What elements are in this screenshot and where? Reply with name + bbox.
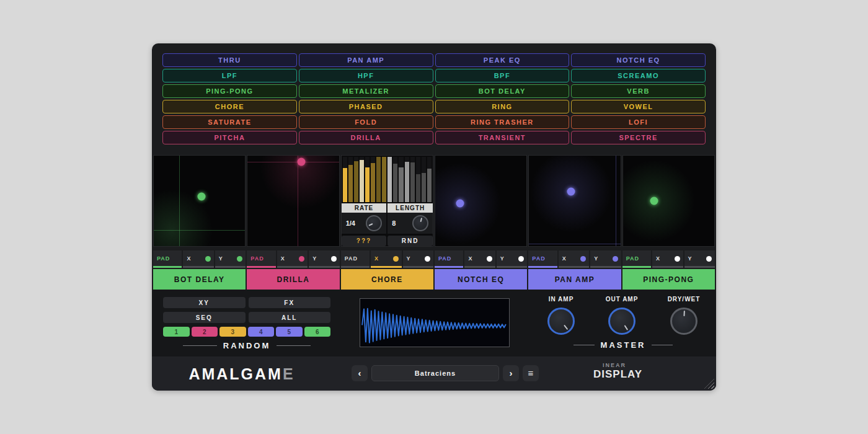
pad-3-tab-x[interactable]: X [371, 250, 401, 268]
effect-button-notch-eq[interactable]: NOTCH EQ [571, 53, 706, 67]
effect-button-pan-amp[interactable]: PAN AMP [299, 53, 433, 67]
mystery-randomize-button[interactable]: ??? [342, 236, 387, 246]
pad-2-tab-x[interactable]: X [277, 250, 308, 268]
pad-position-dot[interactable] [567, 188, 575, 196]
random-fx-button[interactable]: FX [249, 297, 331, 308]
sequencer-step[interactable] [427, 157, 432, 202]
pad-position-dot[interactable] [197, 192, 205, 200]
dry-wet-label: DRY/WET [668, 296, 701, 303]
dry-wet-knob[interactable] [670, 308, 698, 335]
pad-5-effect-name[interactable]: PAN AMP [528, 269, 621, 290]
pad-6-tab-y[interactable]: Y [684, 250, 715, 268]
random-all-button[interactable]: ALL [249, 312, 331, 323]
effect-button-drilla[interactable]: DRILLA [299, 131, 433, 144]
effect-button-vowel[interactable]: VOWEL [571, 100, 706, 113]
preset-name-field[interactable]: Batraciens [371, 365, 499, 381]
pad-3-effect-name[interactable]: CHORE [341, 269, 433, 290]
rate-knob[interactable] [366, 215, 382, 231]
effect-button-ping-pong[interactable]: PING-PONG [162, 84, 297, 98]
sequencer-bars[interactable] [342, 156, 433, 202]
sequencer-step[interactable] [388, 157, 392, 202]
random-slot-5-button[interactable]: 5 [276, 327, 303, 337]
pad-4-tab-y[interactable]: Y [497, 250, 527, 268]
sequencer-step[interactable] [382, 157, 386, 202]
effect-button-ring-trasher[interactable]: RING TRASHER [435, 115, 570, 129]
random-xy-button[interactable]: XY [163, 297, 246, 308]
effect-button-peak-eq[interactable]: PEAK EQ [435, 53, 570, 67]
effect-button-saturate[interactable]: SATURATE [162, 115, 297, 129]
pad-6-tab-pad[interactable]: PAD [622, 250, 651, 268]
preset-next-button[interactable]: › [503, 365, 519, 381]
pad-5-tab-pad[interactable]: PAD [528, 250, 557, 268]
sequencer-step[interactable] [405, 157, 409, 202]
pad-1-tab-y[interactable]: Y [215, 250, 246, 268]
random-slot-2-button[interactable]: 2 [192, 327, 218, 337]
effect-button-ring[interactable]: RING [435, 100, 570, 113]
pad-2-tab-y[interactable]: Y [309, 250, 339, 268]
pad-1-tab-pad[interactable]: PAD [153, 250, 182, 268]
sequencer-step[interactable] [422, 157, 426, 202]
effect-button-transient[interactable]: TRANSIENT [435, 131, 570, 144]
effect-button-lpf[interactable]: LPF [162, 69, 297, 82]
effect-button-phased[interactable]: PHASED [299, 100, 433, 113]
pad-6-tab-x[interactable]: X [652, 250, 683, 268]
pad-3-tab-pad[interactable]: PAD [341, 250, 370, 268]
random-slot-4-button[interactable]: 4 [248, 327, 275, 337]
effect-button-chore[interactable]: CHORE [162, 100, 297, 113]
pad-2-effect-name[interactable]: DRILLA [247, 269, 339, 290]
sequencer-step[interactable] [365, 157, 370, 202]
sequencer-step[interactable] [416, 157, 420, 202]
length-knob[interactable] [412, 215, 428, 231]
pad-5-tab-x[interactable]: X [559, 250, 589, 268]
effect-button-spectre[interactable]: SPECTRE [571, 131, 706, 144]
random-slot-6-button[interactable]: 6 [304, 327, 331, 337]
effect-button-pitcha[interactable]: PITCHA [162, 131, 297, 144]
effect-button-screamo[interactable]: SCREAMO [571, 69, 706, 82]
effect-button-bot-delay[interactable]: BOT DELAY [435, 84, 570, 98]
preset-prev-button[interactable]: ‹ [352, 365, 368, 381]
sequencer-step[interactable] [393, 157, 397, 202]
pad-4-effect-name[interactable]: NOTCH EQ [435, 269, 527, 290]
random-slot-1-button[interactable]: 1 [163, 327, 190, 337]
pad-4-tab-x[interactable]: X [464, 250, 495, 268]
xy-pad-5[interactable] [528, 155, 621, 247]
sequencer-step[interactable] [371, 157, 375, 202]
sequencer-step[interactable] [376, 157, 381, 202]
xy-pad-4[interactable] [435, 155, 527, 247]
pad-4-tab-pad[interactable]: PAD [435, 250, 463, 268]
out-amp-knob[interactable] [608, 308, 636, 335]
sequencer-step[interactable] [410, 157, 415, 202]
pad-6-effect-name[interactable]: PING-PONG [622, 269, 715, 290]
random-slot-3-button[interactable]: 3 [219, 327, 246, 337]
rnd-button[interactable]: RND [388, 236, 433, 246]
pad-position-dot[interactable] [456, 200, 464, 208]
preset-menu-button[interactable]: ≡ [523, 365, 539, 381]
pad-3-tab-y[interactable]: Y [403, 250, 433, 268]
pad-position-dot[interactable] [650, 197, 658, 205]
effect-button-metalizer[interactable]: METALIZER [299, 84, 433, 98]
effect-button-verb[interactable]: VERB [571, 84, 706, 98]
sequencer-step[interactable] [360, 157, 364, 202]
effect-button-fold[interactable]: FOLD [299, 115, 433, 129]
sequencer-step[interactable] [348, 157, 353, 202]
in-amp-knob[interactable] [547, 308, 575, 335]
pad-2-tab-pad[interactable]: PAD [247, 250, 275, 268]
pad-position-dot[interactable] [298, 158, 306, 166]
sequencer-step[interactable] [354, 157, 358, 202]
xy-pad-6[interactable] [622, 155, 715, 247]
pad-1-tab-x[interactable]: X [183, 250, 213, 268]
effect-button-thru[interactable]: THRU [162, 53, 297, 67]
effect-button-lofi[interactable]: LOFI [571, 115, 706, 129]
random-seq-button[interactable]: SEQ [163, 312, 246, 323]
y-mod-dot [613, 256, 618, 262]
xy-pad-2[interactable] [247, 155, 339, 247]
pad-5-tab-y[interactable]: Y [590, 250, 621, 268]
pad-1-effect-name[interactable]: BOT DELAY [153, 269, 246, 290]
sequencer-step[interactable] [399, 157, 403, 202]
effect-button-hpf[interactable]: HPF [299, 69, 433, 82]
random-label: RANDOM [163, 341, 330, 350]
xy-pad-1[interactable] [153, 155, 246, 247]
resize-grip[interactable] [704, 379, 714, 389]
effect-button-bpf[interactable]: BPF [435, 69, 570, 82]
sequencer-step[interactable] [343, 157, 347, 202]
